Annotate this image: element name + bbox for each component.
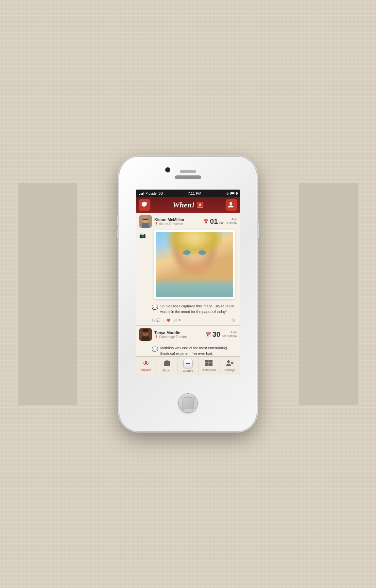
avatar-tanya xyxy=(139,328,152,341)
post-text-1: 💬 So pleased I captured this image. Blai… xyxy=(136,302,240,316)
volume-buttons xyxy=(117,216,119,238)
signal-bar-4 xyxy=(143,192,144,195)
post-item-2: Tanya Moodie 📍 Cambridge Theatre 📅 30 Ju… xyxy=(136,326,240,356)
settings-person-icon xyxy=(226,360,233,368)
carrier-label: Provider 3G xyxy=(145,192,163,195)
calendar-icon-2: 📅 xyxy=(205,332,211,337)
svg-rect-5 xyxy=(146,220,148,220)
collections-icon-svg xyxy=(205,360,213,366)
gear-icon xyxy=(142,202,147,208)
app-title: When! xyxy=(173,201,195,209)
post-item-1: Kieran McMillan 📍 Aix-en-Provence 📅 01 J… xyxy=(136,213,240,326)
phone-bottom xyxy=(178,375,198,431)
comments-stat: 12 💬 xyxy=(152,318,160,322)
add-friend-button[interactable] xyxy=(226,199,237,211)
settings-button[interactable] xyxy=(139,199,150,211)
signal-bars xyxy=(139,192,144,195)
post-settings-icon[interactable]: ⚙ xyxy=(231,318,235,323)
location-pin-icon: 📍 xyxy=(154,222,158,226)
settings-icon-svg xyxy=(226,360,233,366)
tab-collections-label: Collections xyxy=(202,368,216,372)
front-camera xyxy=(165,167,170,172)
post-header-2: Tanya Moodie 📍 Cambridge Theatre 📅 30 Ju… xyxy=(136,326,240,343)
heart-icon: ❤️ xyxy=(166,318,170,322)
tab-pouch[interactable]: Pouch xyxy=(157,357,178,375)
tab-settings[interactable]: Settings xyxy=(219,357,240,375)
svg-point-9 xyxy=(142,329,149,333)
comment-count-icon: 💬 xyxy=(156,318,160,322)
tab-stream-label: Stream xyxy=(141,368,151,372)
calendar-icon-1: 📅 xyxy=(203,219,209,224)
post-day-2: 30 xyxy=(212,331,220,338)
eye-icon: 👁 xyxy=(178,318,181,322)
app-title-area: When! 8 xyxy=(173,201,203,209)
plus-icon xyxy=(185,361,191,366)
phone-frame: Provider 3G 7:11 PM ⊙ When xyxy=(119,157,257,431)
post-location-2: 📍 Cambridge Theatre xyxy=(154,335,203,339)
signal-bar-2 xyxy=(141,193,142,195)
feed-scroll[interactable]: Kieran McMillan 📍 Aix-en-Provence 📅 01 J… xyxy=(136,213,240,356)
phone-screen: Provider 3G 7:11 PM ⊙ When xyxy=(136,189,240,375)
post-user-info-1: Kieran McMillan 📍 Aix-en-Provence xyxy=(154,218,200,226)
post-date-1: 📅 01 July Sun 12.33pm xyxy=(203,218,237,225)
svg-rect-11 xyxy=(209,360,213,363)
location-icon: ⊙ xyxy=(226,192,229,195)
camera-icon-1: 📷 xyxy=(139,232,146,238)
avatar-image-kieran xyxy=(139,215,152,228)
svg-point-14 xyxy=(227,360,230,363)
status-right: ⊙ xyxy=(226,192,237,195)
app-header: When! 8 xyxy=(136,197,240,213)
speech-bubble-icon-2: 💬 xyxy=(152,346,158,356)
likes-stat: 8 ❤️ xyxy=(163,318,170,322)
avatar-kieran xyxy=(139,215,152,228)
tab-pouch-label: Pouch xyxy=(163,369,171,372)
post-location-1: 📍 Aix-en-Provence xyxy=(154,222,200,226)
svg-rect-12 xyxy=(205,363,209,366)
status-time: 7:11 PM xyxy=(188,191,201,195)
tab-stream[interactable]: 👁 Stream xyxy=(136,357,157,375)
power-button xyxy=(257,222,259,238)
battery-indicator xyxy=(230,192,237,195)
battery-fill xyxy=(231,192,234,194)
photo-container-1 xyxy=(154,230,235,299)
post-text-2: 💬 Mathilda was one of the most entertain… xyxy=(136,343,240,356)
views-stat: 23 👁 xyxy=(174,318,181,322)
svg-rect-8 xyxy=(142,336,149,341)
signal-bar-1 xyxy=(139,194,140,195)
pouch-bag-icon xyxy=(163,360,171,368)
svg-rect-17 xyxy=(231,363,233,364)
stats-row-1: 12 💬 8 ❤️ 23 👁 ⚙ xyxy=(136,316,240,325)
svg-rect-13 xyxy=(209,363,213,366)
svg-rect-4 xyxy=(143,220,145,220)
silent-switch xyxy=(180,170,196,173)
collections-grid-icon xyxy=(205,360,213,368)
post-date-2: 📅 30 June Sat 3.30pm xyxy=(205,331,237,338)
home-button[interactable] xyxy=(178,393,198,413)
phone-top xyxy=(119,157,257,189)
avatar-image-tanya xyxy=(139,328,152,341)
tab-capture-label: Capture xyxy=(183,369,193,372)
stream-eye-icon: 👁 xyxy=(143,360,149,368)
post-username-2: Tanya Moodie xyxy=(154,331,203,335)
tab-settings-label: Settings xyxy=(224,368,235,372)
location-pin-icon-2: 📍 xyxy=(154,335,158,339)
tab-collections[interactable]: Collections xyxy=(198,357,219,375)
svg-rect-16 xyxy=(231,362,233,363)
post-day-1: 01 xyxy=(210,218,218,225)
photo-wrapper-1: 📷 xyxy=(139,230,237,299)
earpiece-speaker xyxy=(175,175,201,179)
status-left: Provider 3G xyxy=(139,192,163,195)
post-user-info-2: Tanya Moodie 📍 Cambridge Theatre xyxy=(154,331,203,339)
tab-bar: 👁 Stream Pouch xyxy=(136,356,240,375)
post-date-text-1: July Sun 12.33pm xyxy=(219,218,237,225)
add-person-icon xyxy=(228,202,235,207)
signal-bar-3 xyxy=(142,193,143,195)
home-button-inner xyxy=(182,397,194,409)
svg-rect-15 xyxy=(231,361,233,361)
photo-image-1 xyxy=(156,232,233,297)
post-username-1: Kieran McMillan xyxy=(154,218,200,222)
post-header-1: Kieran McMillan 📍 Aix-en-Provence 📅 01 J… xyxy=(136,213,240,230)
status-bar: Provider 3G 7:11 PM ⊙ xyxy=(136,190,240,197)
capture-plus-icon xyxy=(183,359,193,368)
tab-capture[interactable]: Capture xyxy=(178,357,199,375)
